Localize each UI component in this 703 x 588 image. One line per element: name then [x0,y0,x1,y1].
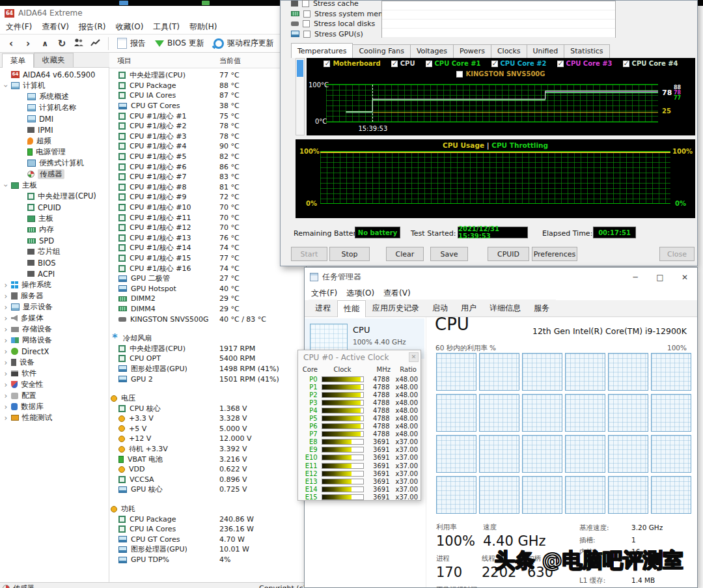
sensor-row[interactable]: CPU #1/核心 #582 °C [109,152,306,162]
expand-icon[interactable]: › [2,391,10,400]
tree-item[interactable]: 超频 [0,135,109,147]
minimize-button[interactable]: ─ [623,268,648,287]
checkbox-checked-icon[interactable] [557,61,564,67]
preferences-button[interactable]: Preferences [532,247,577,261]
tree-item[interactable]: ›服务器 [0,290,109,301]
sensor-row[interactable]: CPU GT Cores4.70 W [109,535,306,545]
tree-item[interactable]: ACPI [0,268,109,279]
checkbox-checked-icon[interactable] [491,61,498,67]
cpuid-button[interactable]: CPUID [488,247,529,261]
sensor-row[interactable]: VCCSA0.896 V [109,475,306,485]
tree-item[interactable]: 系统概述 [0,91,109,102]
temp-graph-scrollbar[interactable] [296,58,305,135]
sensor-row[interactable]: CPU IA Cores236.16 W [109,524,306,535]
sensor-row[interactable]: +5 V5.000 V [109,424,306,434]
scrollbar-thumb[interactable] [297,60,303,77]
back-icon[interactable]: ‹ [3,38,20,49]
expand-icon[interactable]: › [2,347,10,356]
expand-icon[interactable]: › [2,413,10,423]
tree-item[interactable]: 64AIDA64 v6.60.5900 [0,69,109,80]
maximize-button[interactable]: □ [648,268,672,287]
tree-item[interactable]: 计算机名称 [0,102,109,113]
tree-item[interactable]: CPUID [0,202,109,213]
aida64-titlebar[interactable]: 64 AIDA64 Extreme [0,6,306,20]
sensor-row[interactable]: CPU Package88 °C [109,81,306,91]
column-header-item[interactable]: 项目 [117,56,131,66]
sensor-row[interactable]: CPU Package240.86 W [109,514,306,524]
tree-item[interactable]: ›多媒体 [0,313,109,324]
menu-item[interactable]: 工具(T) [153,21,180,33]
tab-性能[interactable]: 性能 [337,300,366,317]
checkbox-unchecked-icon[interactable] [456,71,463,77]
sensor-row[interactable]: DIMM229 °C [109,294,306,304]
checkbox-checked-icon[interactable] [623,61,629,67]
sensor-row[interactable]: VBAT 电池3.216 V [109,454,306,464]
tree-item[interactable]: 电源管理 [0,147,109,158]
tree-item[interactable]: ›设备 [0,357,109,368]
tab-收藏夹[interactable]: 收藏夹 [34,53,74,67]
tab-cooling-fans[interactable]: Cooling Fans [352,44,410,58]
expand-icon[interactable]: › [2,281,10,290]
checkbox-unchecked-icon[interactable] [303,20,310,27]
sensor-row[interactable]: CPU #1/核心 #783 °C [109,172,306,182]
collapse-icon[interactable]: › [1,182,10,189]
tree-item[interactable]: IPMI [0,124,109,135]
menu-item[interactable]: 文件(F) [311,288,337,299]
tab-详细信息[interactable]: 详细信息 [483,300,527,316]
sensor-row[interactable]: CPU #1/核心 #175 °C [109,111,306,121]
stop-button[interactable]: Stop [329,247,370,261]
tree-item[interactable]: 中央处理器(CPU) [0,191,109,202]
menu-item[interactable]: 报告(R) [79,21,106,33]
sensor-row[interactable]: 待机 +3.3V3.392 V [109,444,306,455]
sensor-row[interactable]: CPU #1/核心 #1270 °C [109,223,306,233]
sensor-row[interactable]: 中央处理器(CPU)1917 RPM [109,343,306,354]
sensor-row[interactable]: GPU 核心0.725 V [109,484,306,495]
chart-icon[interactable] [87,38,104,49]
checkbox-checked-icon[interactable] [391,61,398,67]
tab-unified[interactable]: Unified [527,44,565,58]
sensor-row[interactable]: CPU #1/核心 #490 °C [109,141,306,152]
tree-item[interactable]: ›安全性 [0,379,109,390]
active-clock-overlay[interactable]: CPU #0 - Active Clock ✕ Core Clock MHz R… [297,350,421,501]
tree-item[interactable]: 主板 [0,213,109,224]
tab-temperatures[interactable]: Temperatures [291,43,353,58]
sensor-row[interactable]: CPU #1/核心 #1577 °C [109,253,306,264]
sensor-row[interactable]: CPU #1/核心 #1474 °C [109,243,306,253]
expand-icon[interactable]: › [2,380,10,389]
overlay-close-icon[interactable]: ✕ [409,352,419,362]
collapse-icon[interactable]: › [1,82,10,90]
checkbox-checked-icon[interactable] [426,61,432,67]
tree-item[interactable]: ›DirectX [0,346,109,357]
forward-icon[interactable]: › [20,38,36,49]
menu-item[interactable]: 收藏(O) [116,21,144,33]
sensor-row[interactable]: CPU GT Cores38 °C [109,101,306,111]
tree-item[interactable]: 便携式计算机 [0,158,109,169]
sensor-row[interactable]: KINGSTON SNVS500G40 °C / 83 °C [109,314,306,324]
tree-item[interactable]: ›显示设备 [0,301,109,313]
sensor-row[interactable]: CPU 核心1.368 V [109,403,306,413]
tree-item[interactable]: 内存 [0,224,109,235]
tree-item[interactable]: ›配置 [0,390,109,401]
tab-powers[interactable]: Powers [453,44,491,58]
sensor-row[interactable]: DIMM429 °C [109,304,306,315]
tree-item[interactable]: BIOS [0,257,109,268]
menu-item[interactable]: 文件(F) [6,21,32,33]
expand-icon[interactable]: › [2,358,10,367]
checkbox-unchecked-icon[interactable] [303,10,310,18]
sensor-row[interactable]: GPU 21501 RPM (41%) [109,374,306,384]
sensor-row[interactable]: CPU #1/核心 #972 °C [109,192,306,203]
menu-item[interactable]: 帮助(H) [189,21,217,33]
sensor-row[interactable]: GPU Hotspot40 °C [109,283,306,294]
sensor-row[interactable]: CPU #1/核心 #1674 °C [109,263,306,273]
close-button[interactable]: ✕ [672,268,697,287]
tree-item[interactable]: ›计算机 [0,80,109,91]
sensor-row[interactable]: VDD0.622 V [109,464,306,475]
tree-item[interactable]: 芯片组 [0,246,109,257]
tree-item[interactable]: 传感器 [0,169,109,180]
sensor-row[interactable]: CPU #1/核心 #1376 °C [109,233,306,244]
tab-菜单[interactable]: 菜单 [2,53,34,68]
menu-item[interactable]: 查看(V) [42,21,69,33]
tree-item[interactable]: ›软件 [0,368,109,379]
tree-item[interactable]: ›数据库 [0,401,109,412]
report-button[interactable]: 报告 [117,38,146,49]
